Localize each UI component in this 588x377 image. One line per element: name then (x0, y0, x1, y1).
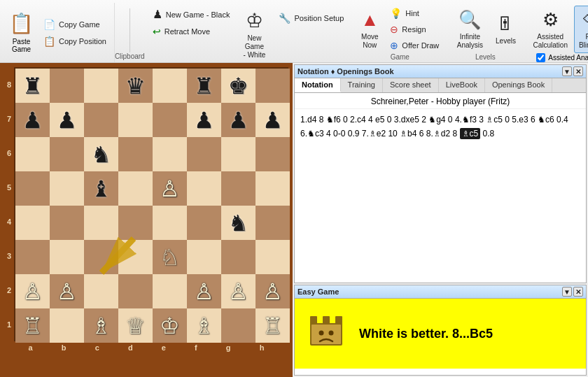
new-game-black-button[interactable]: ♟ New Game - Black (148, 6, 235, 23)
easy-game-close[interactable]: ✕ (573, 287, 583, 297)
cell-b1[interactable] (50, 308, 84, 343)
close-button[interactable]: ✕ (573, 66, 583, 76)
cell-e3[interactable]: ♘ (153, 240, 187, 274)
new-game-white-button[interactable]: ♔ New Game- White (236, 6, 272, 63)
infinite-analysis-button[interactable]: 🔍 Infinite Analysis (451, 6, 489, 53)
minimize-button[interactable]: ▼ (562, 66, 572, 76)
tab-notation[interactable]: Notation (295, 78, 341, 92)
cell-h7[interactable]: ♟ (255, 103, 290, 137)
cell-h1[interactable]: ♖ (255, 308, 290, 343)
cell-c7[interactable] (84, 103, 118, 137)
cell-a5[interactable] (15, 171, 50, 206)
cell-h6[interactable] (255, 137, 290, 171)
cell-h5[interactable] (255, 171, 290, 206)
piece-h1: ♖ (262, 313, 283, 339)
cell-d8[interactable]: ♛ (118, 69, 153, 103)
tab-training[interactable]: Training (341, 78, 383, 92)
cell-d3[interactable] (118, 240, 153, 274)
cell-a1[interactable]: ♖ (15, 308, 50, 343)
cell-f3[interactable] (187, 240, 221, 274)
cell-h8[interactable] (255, 69, 290, 103)
rank-7: 7 (4, 115, 14, 123)
cell-e5[interactable]: ♙ (153, 171, 187, 206)
cell-h2[interactable]: ♙ (255, 274, 290, 308)
position-setup-button[interactable]: 🔧 Position Setup (274, 10, 349, 26)
cell-a6[interactable] (15, 137, 50, 171)
cell-f6[interactable] (187, 137, 221, 171)
piece-g7: ♟ (228, 107, 248, 134)
cell-h4[interactable] (255, 206, 290, 240)
paste-game-button[interactable]: 📋 Paste Game (4, 3, 38, 62)
cell-e4[interactable] (153, 206, 187, 240)
copy-position-button[interactable]: 📋 Copy Position (38, 34, 111, 49)
cell-b8[interactable] (50, 69, 84, 103)
cell-f5[interactable] (187, 171, 221, 206)
cell-f1[interactable]: ♗ (187, 308, 221, 343)
cell-a8[interactable]: ♜ (15, 69, 50, 103)
retract-move-button[interactable]: ↩ Retract Move (148, 24, 235, 39)
cell-f7[interactable]: ♟ (187, 103, 221, 137)
tab-openings-book[interactable]: Openings Book (485, 78, 552, 92)
cell-b3[interactable] (50, 240, 84, 274)
assisted-analysis-checkbox[interactable] (536, 53, 545, 62)
copy-game-button[interactable]: 📄 Copy Game (38, 17, 111, 32)
cell-d1[interactable]: ♕ (118, 308, 153, 343)
offer-draw-button[interactable]: ⊕ Offer Draw (385, 38, 444, 53)
piece-a1: ♖ (22, 313, 43, 339)
cell-g2[interactable]: ♙ (221, 274, 255, 308)
cell-g6[interactable] (221, 137, 255, 171)
cell-g7[interactable]: ♟ (221, 103, 255, 137)
cell-b5[interactable] (50, 171, 84, 206)
easy-game-minimize[interactable]: ▼ (562, 287, 572, 297)
cell-c8[interactable] (84, 69, 118, 103)
chess-board[interactable]: ♜♛♜♚♟♟♟♟♟♞♝♙♞♘♙♙♙♙♙♖♗♕♔♗♖ (14, 67, 288, 341)
castle-svg (306, 311, 346, 351)
cell-g1[interactable] (221, 308, 255, 343)
cell-c6[interactable]: ♞ (84, 137, 118, 171)
cell-d4[interactable] (118, 206, 153, 240)
cell-a4[interactable] (15, 206, 50, 240)
cell-g5[interactable] (221, 171, 255, 206)
cell-e1[interactable]: ♔ (153, 308, 187, 343)
assisted-calc-button[interactable]: ⚙ Assisted Calculation (528, 6, 572, 53)
resign-button[interactable]: ⊖ Resign (385, 22, 444, 37)
cell-h3[interactable] (255, 240, 290, 274)
cell-d7[interactable] (118, 103, 153, 137)
cell-a2[interactable]: ♙ (15, 274, 50, 308)
cell-b7[interactable]: ♟ (50, 103, 84, 137)
cell-c4[interactable] (84, 206, 118, 240)
cell-a7[interactable]: ♟ (15, 103, 50, 137)
cell-d5[interactable] (118, 171, 153, 206)
cell-a3[interactable] (15, 240, 50, 274)
levels-button[interactable]: 🎚 Levels (491, 6, 519, 53)
cell-b6[interactable] (50, 137, 84, 171)
cell-c5[interactable]: ♝ (84, 171, 118, 206)
cell-c3[interactable] (84, 240, 118, 274)
cell-d6[interactable] (118, 137, 153, 171)
new-game-white-group: ♔ New Game- White (236, 6, 272, 63)
cell-f8[interactable]: ♜ (187, 69, 221, 103)
piece-e1: ♔ (160, 313, 180, 339)
cell-g4[interactable]: ♞ (221, 206, 255, 240)
cell-f4[interactable] (187, 206, 221, 240)
cell-e6[interactable] (153, 137, 187, 171)
easy-game-controls: ▼ ✕ (562, 287, 583, 297)
cell-f2[interactable]: ♙ (187, 274, 221, 308)
cell-e7[interactable] (153, 103, 187, 137)
cell-d2[interactable] (118, 274, 153, 308)
toolbar: 📋 Paste Game 📄 Copy Game 📋 Copy Position… (0, 0, 588, 63)
cell-g3[interactable] (221, 240, 255, 274)
hint-button[interactable]: 💡 Hint (385, 6, 444, 21)
cell-e8[interactable] (153, 69, 187, 103)
tab-score-sheet[interactable]: Score sheet (383, 78, 439, 92)
cell-c1[interactable]: ♗ (84, 308, 118, 343)
cell-c2[interactable] (84, 274, 118, 308)
cell-e2[interactable] (153, 274, 187, 308)
cell-b4[interactable] (50, 206, 84, 240)
cell-g8[interactable]: ♚ (221, 69, 255, 103)
move-now-button[interactable]: ▲ Move Now (356, 6, 384, 53)
tab-livebook[interactable]: LiveBook (439, 78, 485, 92)
training-group: ⚙ Assisted Calculation 👁 Play Blindfold … (525, 3, 588, 62)
play-blindfold-button[interactable]: 👁 Play Blindfold (574, 6, 588, 53)
cell-b2[interactable]: ♙ (50, 274, 84, 308)
